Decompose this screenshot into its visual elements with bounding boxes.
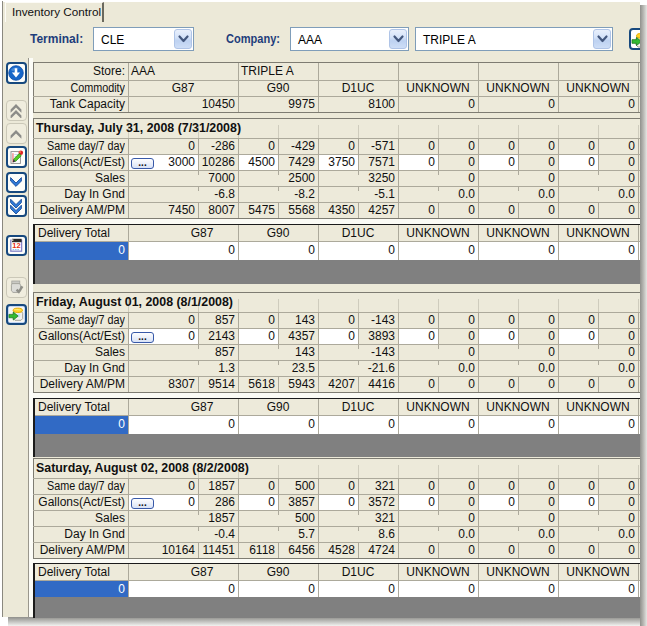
svg-text:12: 12 — [12, 241, 20, 250]
